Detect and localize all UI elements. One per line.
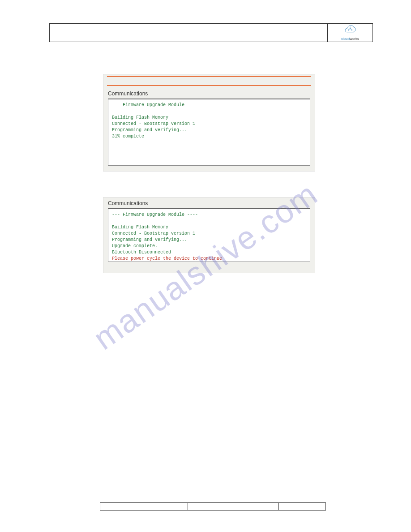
- divider-line: [107, 85, 311, 86]
- header-bar: cloudworks: [49, 23, 373, 42]
- footer-table: [100, 502, 326, 511]
- terminal-line: Building Flash Memory: [112, 224, 306, 231]
- svg-line-3: [348, 28, 350, 30]
- terminal-line: [112, 218, 306, 224]
- panel-title: Communications: [103, 88, 315, 99]
- terminal-line: --- Firmware Upgrade Module ----: [112, 212, 306, 218]
- footer-cell: [279, 503, 325, 510]
- terminal-line-warning: Please power cycle the device to continu…: [112, 256, 306, 262]
- terminal-line: Upgrade complete.: [112, 243, 306, 249]
- terminal-line: 31% complete: [112, 133, 306, 140]
- communications-panel-1: Communications --- Firmware Upgrade Modu…: [103, 74, 315, 172]
- terminal-line: Programming and verifying...: [112, 237, 306, 243]
- terminal-line: Connected - Bootstrap version 1: [112, 231, 306, 237]
- panel-title: Communications: [103, 197, 315, 208]
- footer-cell: [100, 503, 188, 510]
- cloud-icon: [343, 25, 357, 35]
- cloudworks-logo: cloudworks: [341, 25, 359, 41]
- svg-line-4: [350, 28, 352, 30]
- logo-text: cloudworks: [341, 37, 359, 41]
- terminal-line: [112, 108, 306, 115]
- footer-cell: [188, 503, 255, 510]
- terminal-output: --- Firmware Upgrade Module ---- Buildin…: [108, 99, 310, 166]
- terminal-line: --- Firmware Upgrade Module ----: [112, 102, 306, 108]
- header-logo-section: cloudworks: [328, 24, 372, 42]
- terminal-output: --- Firmware Upgrade Module ---- Buildin…: [108, 208, 310, 262]
- divider-line: [107, 76, 311, 77]
- terminal-line: Connected - Bootstrap version 1: [112, 121, 306, 127]
- terminal-line: Programming and verifying...: [112, 127, 306, 133]
- terminal-line: Bluetooth Disconnected: [112, 249, 306, 256]
- header-left-section: [50, 24, 328, 42]
- terminal-line: Building Flash Memory: [112, 115, 306, 121]
- footer-cell: [255, 503, 279, 510]
- communications-panel-2: Communications --- Firmware Upgrade Modu…: [103, 197, 315, 273]
